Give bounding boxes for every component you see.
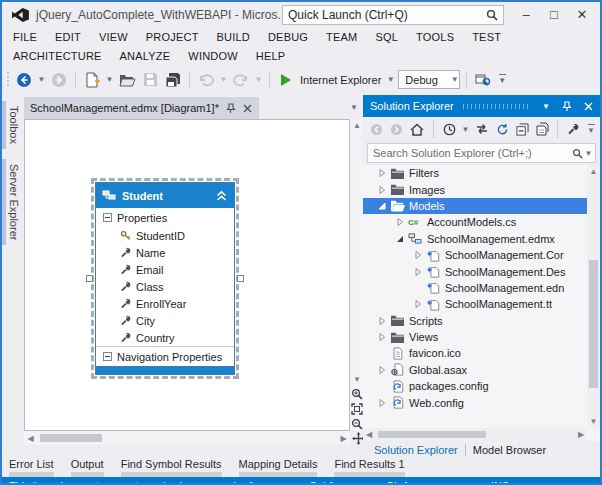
configuration-dropdown[interactable]: ▼ xyxy=(450,75,459,84)
editor-horizontal-scrollbar[interactable]: ◀ ▶ xyxy=(24,431,350,445)
se-show-all-files-button[interactable] xyxy=(534,119,550,139)
tree-item-packages-config[interactable]: packages.config xyxy=(363,378,587,394)
edmx-designer-canvas[interactable]: Student Properties xyxy=(24,119,350,431)
expand-arrow-icon[interactable] xyxy=(395,217,405,227)
property-row[interactable]: City xyxy=(96,312,234,329)
tab-find-symbol-results[interactable]: Find Symbol Results xyxy=(121,458,222,477)
tree-item-filters[interactable]: Filters xyxy=(363,165,587,181)
se-home-button[interactable] xyxy=(408,119,426,139)
minimize-button[interactable]: – xyxy=(512,2,540,26)
redo-button[interactable] xyxy=(231,70,251,90)
toolbar-overflow-button[interactable]: ▼ xyxy=(496,74,508,85)
tab-model-browser[interactable]: Model Browser xyxy=(466,444,553,456)
auto-hide-pin-icon[interactable] xyxy=(559,98,575,114)
pin-icon[interactable] xyxy=(225,103,236,114)
scroll-left-arrow[interactable]: ◀ xyxy=(363,428,375,441)
undo-button[interactable] xyxy=(196,70,216,90)
redo-dropdown[interactable]: ▼ xyxy=(254,75,263,84)
zoom-fit-button[interactable] xyxy=(350,401,364,416)
toolbar-grip[interactable] xyxy=(6,71,11,89)
close-tab-icon[interactable] xyxy=(242,103,253,114)
scroll-down-arrow[interactable]: ▼ xyxy=(587,415,601,428)
properties-section-header[interactable]: Properties xyxy=(96,208,234,227)
se-sync-with-active-document-button[interactable] xyxy=(474,119,490,139)
se-forward-button[interactable] xyxy=(388,119,404,139)
menu-file[interactable]: FILE xyxy=(4,28,46,47)
quick-launch[interactable] xyxy=(282,5,504,25)
entity-student[interactable]: Student Properties xyxy=(95,182,235,375)
se-properties-button[interactable] xyxy=(565,119,581,139)
run-target-label[interactable]: Internet Explorer xyxy=(300,74,381,86)
tree-item-images[interactable]: Images xyxy=(363,181,587,197)
navigate-back-button[interactable] xyxy=(14,70,34,90)
maximize-button[interactable]: □ xyxy=(540,2,568,26)
expand-arrow-icon[interactable] xyxy=(413,299,423,309)
zoom-out-button[interactable] xyxy=(350,416,364,431)
collapse-chevrons-icon[interactable] xyxy=(215,190,228,202)
menu-team[interactable]: TEAM xyxy=(317,28,366,47)
tab-server-explorer[interactable]: Server Explorer xyxy=(2,159,22,245)
expand-arrow-icon[interactable] xyxy=(377,185,387,195)
solution-explorer-titlebar[interactable]: Solution Explorer ▼ xyxy=(363,95,600,117)
document-tab[interactable]: SchoolManagement.edmx [Diagram1]* xyxy=(24,97,259,119)
start-debug-button[interactable] xyxy=(276,70,296,90)
se-collapse-all-button[interactable] xyxy=(514,119,530,139)
tree-item-models[interactable]: Models xyxy=(363,198,587,214)
resize-handle-right[interactable] xyxy=(237,275,244,282)
resize-handle-left[interactable] xyxy=(86,275,93,282)
se-horizontal-scrollbar[interactable]: ◀ ▶ xyxy=(363,428,587,441)
menu-tools[interactable]: TOOLS xyxy=(407,28,463,47)
menu-architecture[interactable]: ARCHITECTURE xyxy=(4,47,111,66)
scroll-right-arrow[interactable]: ▶ xyxy=(337,432,350,445)
scroll-thumb[interactable] xyxy=(40,434,102,442)
document-list-dropdown[interactable]: ▼ xyxy=(350,103,358,112)
expand-arrow-icon[interactable] xyxy=(377,168,387,178)
open-file-button[interactable] xyxy=(117,70,137,90)
tab-mapping-details[interactable]: Mapping Details xyxy=(239,458,318,477)
expand-arrow-icon[interactable] xyxy=(413,250,423,260)
tree-item-schoolmanagement-designer[interactable]: SchoolManagement.Des xyxy=(363,263,587,279)
collapse-arrow-icon[interactable] xyxy=(395,234,405,244)
collapse-arrow-icon[interactable] xyxy=(377,201,387,211)
navigate-forward-button[interactable] xyxy=(49,70,69,90)
find-in-files-button[interactable] xyxy=(473,70,493,90)
property-row[interactable]: Name xyxy=(96,244,234,261)
zoom-in-button[interactable] xyxy=(350,386,364,401)
menu-help[interactable]: HELP xyxy=(247,47,295,66)
close-panel-icon[interactable] xyxy=(580,98,596,114)
collapse-minus-icon[interactable] xyxy=(103,352,112,361)
entity-selection-frame[interactable]: Student Properties xyxy=(91,178,239,379)
collapse-minus-icon[interactable] xyxy=(103,213,112,222)
new-item-dropdown[interactable]: ▼ xyxy=(105,75,114,84)
entity-header[interactable]: Student xyxy=(96,183,234,208)
tree-item-web-config[interactable]: Web.config xyxy=(363,394,587,410)
se-vertical-scrollbar[interactable]: ▲ ▼ xyxy=(587,165,600,428)
menu-sql[interactable]: SQL xyxy=(366,28,407,47)
se-toolbar-overflow[interactable]: ▼ xyxy=(585,124,597,135)
scroll-thumb[interactable] xyxy=(589,260,598,388)
new-item-button[interactable] xyxy=(82,70,102,90)
menu-project[interactable]: PROJECT xyxy=(137,28,208,47)
property-row[interactable]: Email xyxy=(96,261,234,278)
se-filter-dropdown[interactable]: ▼ xyxy=(461,125,470,134)
window-position-dropdown[interactable]: ▼ xyxy=(538,98,554,114)
expand-arrow-icon[interactable] xyxy=(377,332,387,342)
expand-arrow-icon[interactable] xyxy=(413,267,423,277)
expand-arrow-icon[interactable] xyxy=(377,365,387,375)
se-pending-changes-filter-button[interactable] xyxy=(441,119,457,139)
scroll-up-arrow[interactable]: ▲ xyxy=(350,119,364,132)
tree-item-schoolmanagement-diagram[interactable]: SchoolManagement.edn xyxy=(363,280,587,296)
scroll-thumb[interactable] xyxy=(378,431,486,438)
menu-view[interactable]: VIEW xyxy=(90,28,137,47)
save-all-button[interactable] xyxy=(163,70,183,90)
property-row[interactable]: EnrollYear xyxy=(96,295,234,312)
tab-error-list[interactable]: Error List xyxy=(9,458,54,477)
tree-item-accountmodels[interactable]: C# AccountModels.cs xyxy=(363,214,587,230)
property-row[interactable]: Class xyxy=(96,278,234,295)
menu-test[interactable]: TEST xyxy=(463,28,510,47)
undo-dropdown[interactable]: ▼ xyxy=(219,75,228,84)
run-target-dropdown[interactable]: ▼ xyxy=(386,75,395,84)
scroll-down-arrow[interactable]: ▼ xyxy=(350,373,364,386)
menu-analyze[interactable]: ANALYZE xyxy=(111,47,180,66)
expand-arrow-icon[interactable] xyxy=(377,398,387,408)
